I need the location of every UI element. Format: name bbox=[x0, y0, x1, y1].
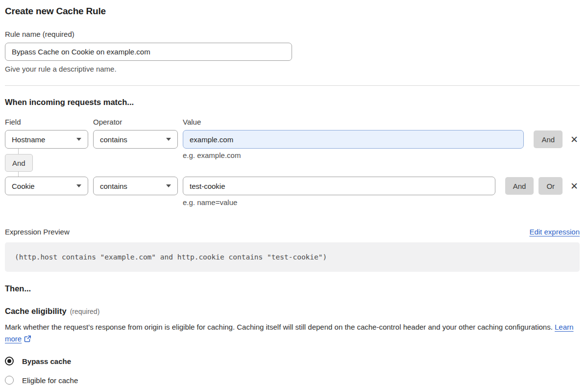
condition-row: Hostname contains And ✕ bbox=[5, 130, 580, 149]
expression-code: (http.host contains "example.com" and ht… bbox=[15, 253, 327, 261]
or-button[interactable]: Or bbox=[539, 177, 563, 195]
expression-preview-header: Expression Preview Edit expression bbox=[5, 228, 580, 236]
required-note: (required) bbox=[70, 308, 100, 315]
condition-connector-area: And e.g. example.com bbox=[5, 149, 580, 177]
radio-selected-icon[interactable] bbox=[5, 357, 14, 365]
and-button[interactable]: And bbox=[534, 130, 563, 148]
row-actions: And ✕ bbox=[534, 130, 580, 149]
and-connector-chip[interactable]: And bbox=[5, 154, 33, 172]
field-select-value: Cookie bbox=[12, 182, 35, 190]
chevron-down-icon bbox=[166, 138, 171, 141]
rule-name-input[interactable] bbox=[5, 43, 292, 61]
then-heading: Then... bbox=[5, 284, 580, 293]
operator-select[interactable]: contains bbox=[93, 130, 178, 149]
section-divider bbox=[5, 85, 580, 86]
field-column-label: Field bbox=[5, 118, 88, 126]
field-select-value: Hostname bbox=[12, 135, 45, 144]
description-text: Mark whether the request’s response from… bbox=[5, 323, 553, 331]
radio-option-eligible-for-cache[interactable]: Eligible for cache bbox=[5, 376, 580, 385]
remove-condition-icon[interactable]: ✕ bbox=[569, 134, 580, 145]
operator-select-value: contains bbox=[100, 135, 127, 144]
chevron-down-icon bbox=[166, 184, 171, 187]
expression-preview-label: Expression Preview bbox=[5, 228, 70, 236]
connector-line bbox=[18, 172, 19, 177]
cache-eligibility-description: Mark whether the request’s response from… bbox=[5, 321, 576, 346]
external-link-icon bbox=[24, 334, 31, 346]
rule-name-helper: Give your rule a descriptive name. bbox=[5, 65, 580, 73]
chevron-down-icon bbox=[76, 138, 81, 141]
connector-line bbox=[18, 149, 19, 154]
remove-condition-icon[interactable]: ✕ bbox=[569, 181, 580, 192]
radio-option-bypass-cache[interactable]: Bypass cache bbox=[5, 357, 580, 365]
field-select[interactable]: Cookie bbox=[5, 177, 88, 195]
rule-name-label: Rule name (required) bbox=[5, 30, 580, 38]
operator-select[interactable]: contains bbox=[93, 177, 178, 195]
create-cache-rule-form: Create new Cache Rule Rule name (require… bbox=[0, 0, 588, 385]
value-hint: e.g. example.com bbox=[183, 151, 241, 159]
expression-code-block: (http.host contains "example.com" and ht… bbox=[5, 242, 580, 272]
cache-eligibility-options: Bypass cache Eligible for cache bbox=[5, 357, 580, 385]
match-column-labels: Field Operator Value bbox=[5, 118, 580, 126]
value-hint: e.g. name=value bbox=[183, 198, 580, 207]
edit-expression-link[interactable]: Edit expression bbox=[529, 228, 580, 236]
radio-option-label: Bypass cache bbox=[22, 357, 71, 365]
chevron-down-icon bbox=[76, 184, 81, 187]
match-section-heading: When incoming requests match... bbox=[5, 98, 580, 107]
operator-select-value: contains bbox=[100, 182, 127, 190]
cache-eligibility-title: Cache eligibility bbox=[5, 307, 67, 315]
value-input[interactable] bbox=[183, 130, 524, 149]
field-select[interactable]: Hostname bbox=[5, 130, 88, 149]
row-actions: And Or ✕ bbox=[505, 177, 580, 195]
cache-eligibility-heading: Cache eligibility(required) bbox=[5, 307, 580, 316]
radio-unselected-icon[interactable] bbox=[5, 376, 14, 385]
value-column-label: Value bbox=[183, 118, 575, 126]
and-button[interactable]: And bbox=[505, 177, 534, 195]
operator-column-label: Operator bbox=[93, 118, 178, 126]
page-title: Create new Cache Rule bbox=[5, 6, 580, 17]
radio-option-label: Eligible for cache bbox=[22, 376, 78, 385]
condition-row: Cookie contains And Or ✕ bbox=[5, 177, 580, 195]
value-input[interactable] bbox=[183, 177, 495, 195]
